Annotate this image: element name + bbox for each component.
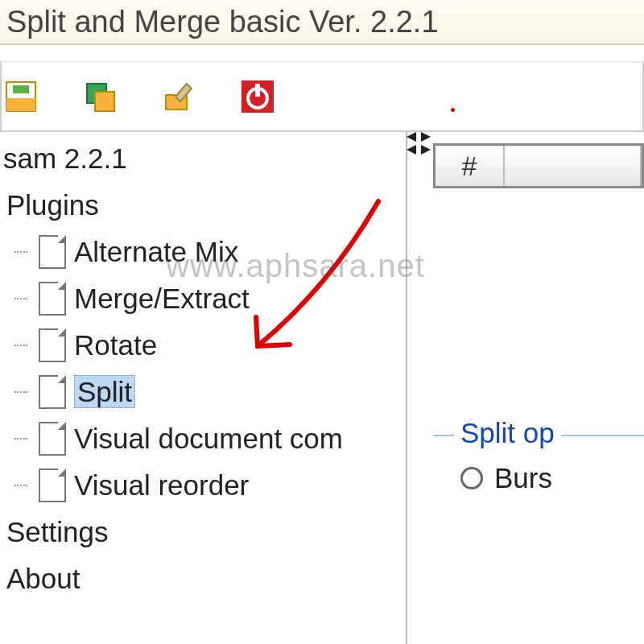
svg-rect-8 [255, 84, 260, 97]
split-options-legend: Split op [454, 417, 561, 449]
tree-branch-icon [14, 485, 27, 486]
tree-about[interactable]: About [3, 555, 406, 602]
tree-branch-icon [14, 391, 27, 393]
svg-rect-2 [13, 85, 29, 93]
tree-item-alternate-mix[interactable]: Alternate Mix [3, 229, 406, 275]
tree-item-rotate[interactable]: Rotate [3, 322, 406, 369]
table-header-hash-label: # [462, 151, 477, 182]
tree-root-label: sam 2.2.1 [3, 142, 127, 175]
tree-item-label: Merge/Extract [74, 283, 250, 314]
tree-item-split[interactable]: Split [3, 369, 406, 415]
tree-branch-icon [14, 251, 27, 253]
table-header-hash[interactable]: # [436, 146, 505, 186]
splitter[interactable] [407, 132, 433, 644]
window-titlebar: Split and Merge basic Ver. 2.2.1 [0, 0, 644, 45]
file-table-body [433, 188, 644, 414]
split-radio-burst[interactable]: Burs [460, 462, 644, 494]
tree-plugins[interactable]: Plugins [3, 182, 406, 229]
right-panel: # Split op Burs [433, 132, 644, 644]
page-icon [39, 469, 66, 502]
split-options-group: Split op Burs [433, 435, 644, 494]
page-icon [39, 328, 66, 362]
tree-settings-label: Settings [6, 516, 108, 548]
tree-item-label: Alternate Mix [74, 236, 238, 267]
file-table-header: # [433, 143, 644, 188]
tree-about-label: About [6, 563, 80, 595]
tree-item-visual-document[interactable]: Visual document com [3, 415, 406, 462]
svg-marker-9 [407, 132, 416, 142]
tree-item-label: Visual reorder [74, 469, 249, 501]
page-icon [39, 375, 66, 409]
page-icon [39, 422, 66, 456]
plugins-tree-sidebar: sam 2.2.1 Plugins Alternate Mix Merge/Ex… [0, 132, 407, 644]
table-header-rest[interactable] [505, 146, 642, 186]
radio-icon [460, 467, 483, 489]
tree-branch-icon [14, 438, 27, 440]
tree-settings[interactable]: Settings [3, 509, 406, 555]
page-icon [39, 282, 66, 316]
svg-marker-12 [421, 145, 431, 155]
annotation-dot-icon [451, 108, 455, 112]
splitter-collapse-icon[interactable] [405, 132, 432, 156]
tree-item-label: Rotate [74, 329, 157, 361]
svg-marker-11 [407, 145, 416, 155]
tree-item-label: Split [74, 375, 135, 408]
tree-plugins-label: Plugins [6, 189, 99, 221]
svg-rect-4 [95, 92, 114, 111]
toolbar-power-icon[interactable] [240, 79, 275, 114]
tree-item-visual-reorder[interactable]: Visual reorder [3, 462, 406, 509]
tree-branch-icon [14, 345, 27, 346]
toolbar-brush-icon[interactable] [161, 79, 196, 114]
page-icon [39, 235, 66, 269]
tree-branch-icon [14, 298, 27, 299]
toolbar [0, 61, 644, 132]
window-title-text: Split and Merge basic Ver. 2.2.1 [6, 5, 439, 39]
tree-item-label: Visual document com [74, 423, 343, 454]
split-radio-burst-label: Burs [494, 462, 552, 494]
tree-item-merge-extract[interactable]: Merge/Extract [3, 275, 406, 322]
toolbar-copy-icon[interactable] [82, 79, 118, 114]
toolbar-save-icon[interactable] [3, 79, 39, 114]
svg-rect-1 [6, 98, 35, 111]
tree-root[interactable]: sam 2.2.1 [3, 135, 406, 182]
svg-marker-10 [421, 132, 431, 142]
